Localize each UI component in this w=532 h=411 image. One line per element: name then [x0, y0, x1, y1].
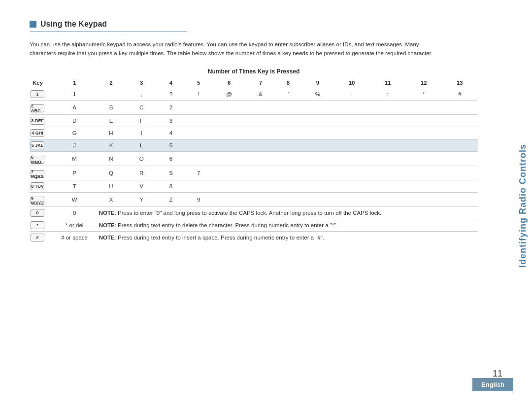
key-value — [275, 166, 301, 180]
key-value — [275, 139, 301, 151]
key-value: 9 — [185, 192, 212, 206]
key-value — [370, 127, 406, 139]
key-value — [212, 192, 246, 206]
key-value: * or del — [53, 219, 96, 231]
key-value — [442, 100, 478, 114]
key-value: - — [334, 88, 370, 100]
key-icon-cell: 6 MNO — [30, 151, 53, 166]
key-value — [334, 100, 370, 114]
key-icon-cell: 4 GHI — [30, 127, 53, 139]
key-value — [442, 180, 478, 192]
col-key: Key — [30, 78, 53, 88]
main-content: Using the Keypad You can use the alphanu… — [30, 20, 478, 243]
key-value — [442, 166, 478, 180]
key-note: NOTE: Press during text entry to delete … — [96, 219, 478, 231]
key-icon-cell: 7 PQRS — [30, 166, 53, 180]
key-value — [275, 127, 301, 139]
key-value: # — [442, 88, 478, 100]
key-value: G — [53, 127, 96, 139]
key-value — [212, 151, 246, 166]
key-value: D — [53, 114, 96, 127]
col-1: 1 — [53, 78, 96, 88]
key-value — [212, 114, 246, 127]
col-5: 5 — [185, 78, 212, 88]
key-value: Q — [96, 166, 127, 180]
key-value — [442, 114, 478, 127]
key-value: I — [126, 127, 157, 139]
key-value: F — [126, 114, 157, 127]
key-value — [275, 192, 301, 206]
table-row: 5 JKLJKL5 — [30, 139, 478, 151]
table-row: 00NOTE: Press to enter "0" and long pres… — [30, 206, 478, 219]
key-icon-cell: 0 — [30, 206, 53, 219]
table-row: 9 WXYZWXYZ9 — [30, 192, 478, 206]
col-13: 13 — [442, 78, 478, 88]
section-header: Using the Keypad — [30, 20, 187, 32]
key-value — [406, 166, 442, 180]
key-value: U — [96, 180, 127, 192]
key-value — [185, 127, 212, 139]
key-value — [212, 166, 246, 180]
key-value: * — [406, 88, 442, 100]
key-value — [442, 151, 478, 166]
key-value — [334, 192, 370, 206]
key-value: , — [126, 88, 157, 100]
key-value — [334, 180, 370, 192]
key-icon-cell: 5 JKL — [30, 139, 53, 151]
key-value: E — [96, 114, 127, 127]
key-value — [275, 151, 301, 166]
key-value — [442, 192, 478, 206]
section-icon — [30, 21, 36, 28]
table-row: 3 DEFDEF3 — [30, 114, 478, 127]
key-value — [185, 139, 212, 151]
col-3: 3 — [126, 78, 157, 88]
key-value: 3 — [157, 114, 185, 127]
key-value: & — [246, 88, 275, 100]
key-value — [212, 139, 246, 151]
key-value — [370, 100, 406, 114]
key-value — [301, 180, 333, 192]
table-row: 7 PQRSPQRS7 — [30, 166, 478, 180]
key-value: S — [157, 166, 185, 180]
col-8: 8 — [275, 78, 301, 88]
key-value — [442, 127, 478, 139]
col-10: 10 — [334, 78, 370, 88]
key-value — [212, 100, 246, 114]
page-container: Using the Keypad You can use the alphanu… — [0, 0, 532, 411]
key-icon-cell: 3 DEF — [30, 114, 53, 127]
key-value — [334, 127, 370, 139]
key-value: X — [96, 192, 127, 206]
col-2: 2 — [96, 78, 127, 88]
key-value: N — [96, 151, 127, 166]
key-value — [370, 151, 406, 166]
key-value — [185, 180, 212, 192]
key-value: 0 — [53, 206, 96, 219]
key-value: 7 — [185, 166, 212, 180]
key-value — [334, 166, 370, 180]
key-value: W — [53, 192, 96, 206]
table-row: 6 MNOMNO6 — [30, 151, 478, 166]
key-value — [275, 100, 301, 114]
key-value: H — [96, 127, 127, 139]
key-value: @ — [212, 88, 246, 100]
key-value: 2 — [157, 100, 185, 114]
key-value — [442, 139, 478, 151]
key-value — [406, 139, 442, 151]
key-value — [301, 100, 333, 114]
key-value — [246, 180, 275, 192]
key-note: NOTE: Press to enter "0" and long press … — [96, 206, 478, 219]
key-value: Z — [157, 192, 185, 206]
key-value — [246, 127, 275, 139]
col-4: 4 — [157, 78, 185, 88]
table-row: 4 GHIGHI4 — [30, 127, 478, 139]
key-icon-cell: # — [30, 231, 53, 243]
key-value — [301, 151, 333, 166]
key-value — [246, 139, 275, 151]
key-value: 5 — [157, 139, 185, 151]
key-value — [406, 192, 442, 206]
key-value — [246, 151, 275, 166]
key-value — [212, 127, 246, 139]
english-badge: English — [472, 378, 513, 391]
intro-text: You can use the alphanumeric keypad to a… — [30, 40, 433, 58]
table-body: 11.,?!@&'%-:*#2 ABCABC23 DEFDEF34 GHIGHI… — [30, 88, 478, 243]
